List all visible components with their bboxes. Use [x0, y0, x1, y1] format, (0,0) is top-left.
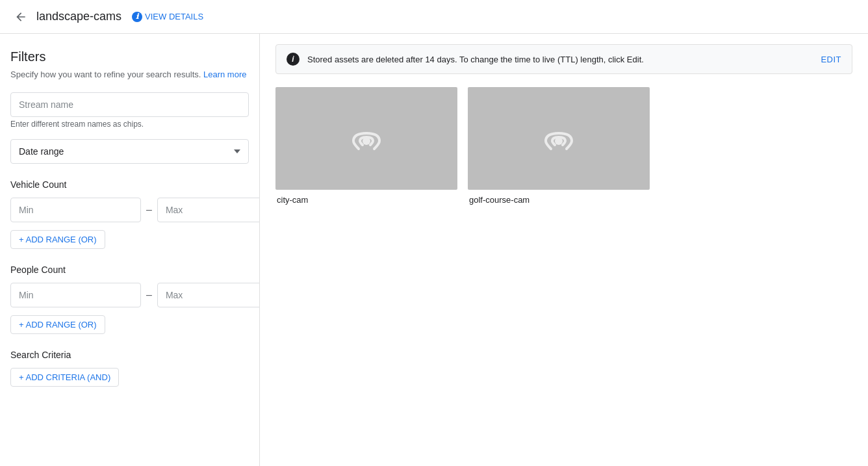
- add-criteria-button[interactable]: + ADD CRITERIA (AND): [10, 368, 119, 387]
- add-vehicle-range-label: + ADD RANGE (OR): [19, 235, 97, 244]
- info-banner-text: Stored assets are deleted after 14 days.…: [307, 55, 813, 64]
- info-banner-icon: i: [287, 53, 300, 66]
- range-dash-2: –: [146, 289, 152, 301]
- back-button[interactable]: [10, 6, 31, 27]
- main-layout: Filters Specify how you want to refine y…: [0, 34, 868, 466]
- view-details-link[interactable]: ℹ VIEW DETAILS: [132, 12, 203, 22]
- info-banner-edit-button[interactable]: EDIT: [821, 55, 841, 64]
- add-people-range-label: + ADD RANGE (OR): [19, 320, 97, 330]
- search-criteria-label: Search Criteria: [10, 350, 249, 360]
- stream-name-hint: Enter different stream names as chips.: [10, 120, 249, 129]
- camera-card-golf-course-cam[interactable]: golf-course-cam: [468, 87, 650, 205]
- add-people-range-button[interactable]: + ADD RANGE (OR): [10, 315, 105, 334]
- people-count-label: People Count: [10, 265, 249, 275]
- vehicle-count-range-row: –: [10, 198, 249, 222]
- people-count-range-row: –: [10, 283, 249, 307]
- range-dash: –: [146, 204, 152, 216]
- filters-panel: Filters Specify how you want to refine y…: [0, 34, 260, 466]
- stream-name-input[interactable]: [10, 92, 249, 117]
- camera-label-city-cam: city-cam: [275, 195, 457, 205]
- broadcast-icon-golf-course-cam: [538, 120, 580, 157]
- camera-card-city-cam[interactable]: city-cam: [275, 87, 457, 205]
- vehicle-max-input[interactable]: [157, 198, 260, 222]
- vehicle-count-label: Vehicle Count: [10, 179, 249, 190]
- content-panel: i Stored assets are deleted after 14 day…: [260, 34, 868, 466]
- vehicle-min-input[interactable]: [10, 198, 141, 222]
- people-max-input[interactable]: [157, 283, 260, 307]
- people-min-input[interactable]: [10, 283, 141, 307]
- date-range-select[interactable]: Date range Last 7 days Last 30 days Cust…: [10, 139, 249, 164]
- add-vehicle-range-button[interactable]: + ADD RANGE (OR): [10, 230, 105, 249]
- view-details-label: VIEW DETAILS: [145, 12, 203, 21]
- add-criteria-label: + ADD CRITERIA (AND): [19, 372, 110, 382]
- topbar: landscape-cams ℹ VIEW DETAILS: [0, 0, 868, 34]
- filters-subtitle-text: Specify how you want to refine your sear…: [10, 70, 201, 79]
- info-icon: ℹ: [132, 12, 142, 22]
- broadcast-icon-city-cam: [346, 120, 387, 157]
- camera-grid: city-cam golf-course-cam: [275, 87, 852, 205]
- info-banner: i Stored assets are deleted after 14 day…: [275, 44, 852, 74]
- camera-thumbnail-golf-course-cam: [468, 87, 650, 190]
- camera-thumbnail-city-cam: [275, 87, 457, 190]
- page-title: landscape-cams: [36, 10, 121, 23]
- learn-more-link[interactable]: Learn more: [203, 70, 246, 79]
- filters-subtitle: Specify how you want to refine your sear…: [10, 70, 249, 79]
- filters-title: Filters: [10, 49, 249, 64]
- camera-label-golf-course-cam: golf-course-cam: [468, 195, 650, 205]
